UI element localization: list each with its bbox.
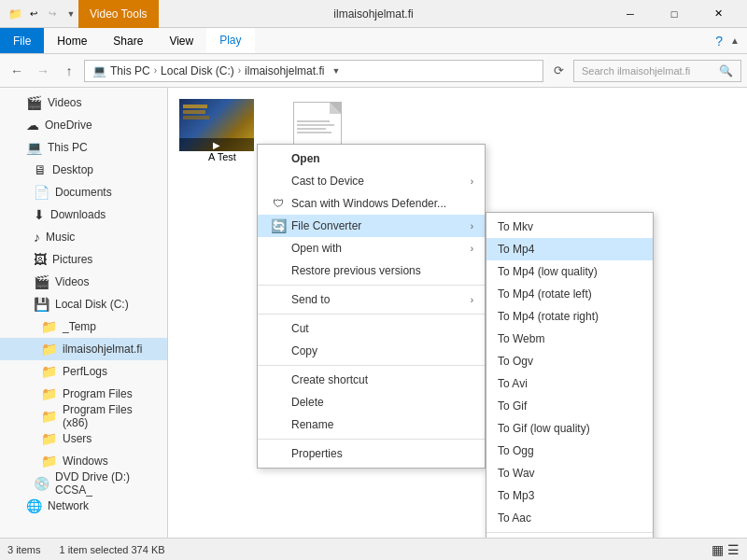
- sidebar-item-network[interactable]: 🌐 Network: [0, 495, 167, 517]
- ctx-copy[interactable]: Copy: [258, 340, 485, 362]
- file-item-video[interactable]: ▶ A Test: [176, 95, 269, 166]
- programfiles86-folder-icon: 📁: [41, 409, 57, 424]
- ctx-cast[interactable]: Cast to Device ›: [258, 170, 485, 192]
- submenu-toogv-label: To Ogv: [498, 355, 533, 368]
- sidebar-item-desktop[interactable]: 🖥 Desktop: [0, 159, 167, 181]
- sidebar-label-videos: Videos: [55, 275, 89, 288]
- submenu-configure-presets[interactable]: Configure presets...: [486, 536, 653, 538]
- content-area: ▶ A Test: [168, 88, 747, 538]
- sidebar-item-perflogs[interactable]: 📁 PerfLogs: [0, 360, 167, 383]
- grid-view-icon[interactable]: ▦: [712, 542, 724, 557]
- search-input[interactable]: Search ilmaisohjelmat.fi: [582, 65, 690, 77]
- sidebar-item-temp[interactable]: 📁 _Temp: [0, 315, 167, 338]
- submenu-to-mp4-rotright[interactable]: To Mp4 (rotate right): [486, 305, 653, 328]
- forward-button[interactable]: →: [32, 60, 54, 82]
- close-button[interactable]: ✕: [697, 0, 740, 28]
- breadcrumb-dropdown-icon[interactable]: ▼: [331, 66, 340, 76]
- windows-folder-icon: 📁: [41, 454, 57, 469]
- sidebar-label-temp: _Temp: [63, 320, 96, 333]
- search-box[interactable]: Search ilmaisohjelmat.fi 🔍: [573, 60, 741, 82]
- ctx-open-with[interactable]: Open with ›: [258, 237, 485, 259]
- properties-icon: [269, 444, 288, 463]
- up-button[interactable]: ↑: [58, 60, 80, 82]
- ctx-sendto-label: Send to: [291, 293, 330, 306]
- ctx-cut[interactable]: Cut: [258, 317, 485, 340]
- ctx-scan[interactable]: 🛡 Scan with Windows Defender...: [258, 192, 485, 215]
- sidebar-item-downloads[interactable]: ⬇ Downloads: [0, 203, 167, 226]
- sidebar-label-dvddrive: DVD Drive (D:) CCSA_: [55, 470, 160, 497]
- submenu-to-mp4[interactable]: To Mp4: [486, 238, 653, 260]
- submenu-toavi-label: To Avi: [498, 377, 528, 390]
- cast-icon: [269, 172, 288, 190]
- sidebar-item-ilmaisohjelmat[interactable]: 📁 ilmaisohjelmat.fi: [0, 338, 167, 360]
- ctx-create-shortcut[interactable]: Create shortcut: [258, 369, 485, 391]
- sidebar-item-documents[interactable]: 📄 Documents: [0, 181, 167, 203]
- submenu-to-aac[interactable]: To Aac: [486, 507, 653, 529]
- search-icon[interactable]: 🔍: [719, 64, 733, 77]
- collapse-ribbon-icon[interactable]: ▲: [730, 35, 740, 46]
- sidebar-item-programfiles[interactable]: 📁 Program Files: [0, 383, 167, 405]
- video-tools-tab[interactable]: Video Tools: [78, 0, 159, 28]
- ctx-delete[interactable]: Delete: [258, 391, 485, 413]
- submenu-towebm-label: To Webm: [498, 332, 544, 345]
- maximize-button[interactable]: □: [653, 0, 696, 28]
- submenu-to-mkv[interactable]: To Mkv: [486, 216, 653, 238]
- sidebar-item-thispc[interactable]: 💻 This PC: [0, 136, 167, 159]
- submenu-to-mp4-low[interactable]: To Mp4 (low quality): [486, 260, 653, 283]
- sidebar-item-onedrive[interactable]: ☁ OneDrive: [0, 114, 167, 136]
- refresh-button[interactable]: ⟳: [547, 60, 570, 82]
- submenu-tomp3-label: To Mp3: [498, 489, 534, 502]
- ctx-restore[interactable]: Restore previous versions: [258, 259, 485, 282]
- ctx-open[interactable]: Open: [258, 147, 485, 170]
- tab-share[interactable]: Share: [100, 28, 156, 53]
- ctx-rename[interactable]: Rename: [258, 413, 485, 436]
- help-icon[interactable]: ?: [715, 34, 723, 49]
- list-view-icon[interactable]: ☰: [727, 542, 740, 557]
- tab-view[interactable]: View: [156, 28, 206, 53]
- ctx-cast-label: Cast to Device: [291, 175, 364, 188]
- tab-play[interactable]: Play: [206, 28, 254, 53]
- play-icon: ▶: [213, 140, 220, 150]
- tab-file[interactable]: File: [0, 28, 44, 53]
- submenu-tomkv-label: To Mkv: [498, 220, 533, 233]
- submenu-to-mp4-rotleft[interactable]: To Mp4 (rotate left): [486, 283, 653, 305]
- submenu-to-gif[interactable]: To Gif: [486, 395, 653, 417]
- sidebar-label-music: Music: [46, 231, 75, 244]
- sidebar-item-videos[interactable]: 🎬 Videos: [0, 271, 167, 293]
- submenu-to-mp3[interactable]: To Mp3: [486, 484, 653, 507]
- tab-home[interactable]: Home: [44, 28, 100, 53]
- submenu-to-ogv[interactable]: To Ogv: [486, 350, 653, 372]
- minimize-button[interactable]: ─: [609, 0, 652, 28]
- submenu-to-webm[interactable]: To Webm: [486, 328, 653, 350]
- ctx-send-to[interactable]: Send to ›: [258, 288, 485, 311]
- perflogs-folder-icon: 📁: [41, 364, 57, 379]
- sidebar-item-windows[interactable]: 📁 Windows: [0, 450, 167, 472]
- ctx-file-converter[interactable]: 🔄 File Converter › To Mkv To Mp4 To Mp4 …: [258, 215, 485, 237]
- dropdown-arrow-icon[interactable]: ▼: [63, 7, 78, 21]
- ctx-openwith-arrow: ›: [471, 244, 473, 254]
- sidebar-item-dvddrive[interactable]: 💿 DVD Drive (D:) CCSA_: [0, 472, 167, 495]
- sidebar-item-programfiles86[interactable]: 📁 Program Files (x86): [0, 405, 167, 427]
- ctx-properties[interactable]: Properties: [258, 442, 485, 465]
- context-menu: Open Cast to Device › 🛡 Scan with Window…: [257, 144, 486, 469]
- submenu-to-wav[interactable]: To Wav: [486, 462, 653, 484]
- sidebar-item-localdisk[interactable]: 💾 Local Disk (C:): [0, 293, 167, 315]
- sidebar-item-videos-quick[interactable]: 🎬 Videos: [0, 91, 167, 114]
- temp-folder-icon: 📁: [41, 319, 57, 334]
- restore-icon: [269, 261, 288, 280]
- video-filename: A Test: [179, 151, 265, 162]
- open-icon: [269, 149, 288, 168]
- ctx-rename-label: Rename: [291, 418, 333, 431]
- address-input[interactable]: 💻 This PC › Local Disk (C:) › ilmaisohje…: [84, 60, 543, 82]
- sidebar-item-music[interactable]: ♪ Music: [0, 226, 167, 248]
- ctx-restore-label: Restore previous versions: [291, 264, 421, 277]
- dvd-icon: 💿: [34, 476, 49, 491]
- sidebar-item-pictures[interactable]: 🖼 Pictures: [0, 248, 167, 271]
- submenu-to-ogg[interactable]: To Ogg: [486, 440, 653, 462]
- submenu-to-avi[interactable]: To Avi: [486, 372, 653, 395]
- videos-icon: 🎬: [34, 274, 49, 289]
- submenu-to-gif-low[interactable]: To Gif (low quality): [486, 417, 653, 440]
- back-button[interactable]: ←: [6, 60, 28, 82]
- sidebar-item-users[interactable]: 📁 Users: [0, 427, 167, 450]
- sidebar-label-localdisk: Local Disk (C:): [55, 298, 129, 311]
